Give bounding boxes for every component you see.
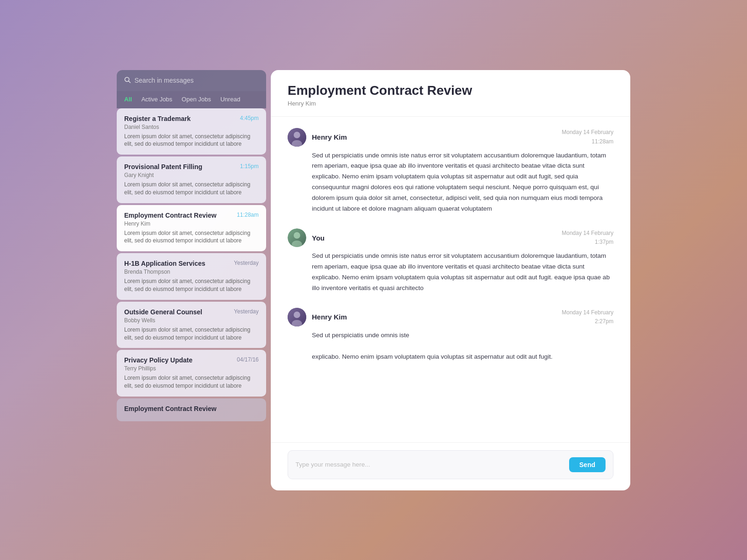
sender-name: You: [312, 234, 324, 242]
conversation-subtitle: Henry Kim: [288, 100, 613, 107]
message-input[interactable]: [296, 461, 564, 468]
app-container: All Active Jobs Open Jobs Unread Registe…: [117, 70, 630, 490]
message-sender: Bobby Wells: [124, 317, 259, 324]
avatar: [288, 228, 306, 247]
chat-message-body: Sed ut perspiciatis unde omnis isteexpli…: [288, 330, 613, 362]
message-title: Employment Contract Review: [124, 405, 217, 412]
message-preview: Lorem ipsum dolor sit amet, consectetur …: [124, 326, 259, 342]
message-timestamp: Monday 14 February2:27pm: [562, 308, 613, 326]
chat-message-body: Sed ut perspiciatis unde omnis iste natu…: [288, 150, 613, 215]
message-time: 11:28am: [237, 212, 259, 218]
message-item[interactable]: Register a Trademark 4:45pm Daniel Santo…: [117, 108, 266, 155]
chat-message-header: Henry Kim Monday 14 February2:27pm: [288, 308, 613, 326]
messages-area: Henry Kim Monday 14 February11:28am Sed …: [271, 117, 630, 442]
message-item[interactable]: Provisional Patent Filling 1:15pm Gary K…: [117, 156, 266, 203]
avatar: [288, 308, 306, 326]
sender-name: Henry Kim: [312, 133, 347, 141]
message-preview: Lorem ipsum dolor sit amet, consectetur …: [124, 133, 259, 149]
svg-point-6: [294, 232, 300, 239]
message-item[interactable]: H-1B Application Services Yesterday Bren…: [117, 253, 266, 300]
message-title: Privacy Policy Update: [124, 356, 192, 364]
message-item[interactable]: Employment Contract Review: [117, 398, 266, 421]
chat-message-left: Henry Kim: [288, 128, 347, 147]
message-sender: Daniel Santos: [124, 124, 259, 130]
chat-message-header: Henry Kim Monday 14 February11:28am: [288, 128, 613, 147]
filter-tab-active-jobs[interactable]: Active Jobs: [141, 95, 172, 104]
message-time: 1:15pm: [240, 163, 259, 170]
svg-point-9: [294, 312, 300, 318]
message-item[interactable]: Privacy Policy Update 04/17/16 Terry Phi…: [117, 350, 266, 397]
chat-message-body: Sed ut perspiciatis unde omnis iste natu…: [288, 251, 613, 294]
chat-message: Henry Kim Monday 14 February11:28am Sed …: [288, 128, 613, 215]
message-item[interactable]: Outside General Counsel Yesterday Bobby …: [117, 302, 266, 348]
message-item[interactable]: Employment Contract Review 11:28am Henry…: [117, 205, 266, 252]
message-sender: Terry Phillips: [124, 365, 259, 372]
message-title: Employment Contract Review: [124, 212, 217, 219]
conversation-header: Employment Contract Review Henry Kim: [271, 70, 630, 117]
message-timestamp: Monday 14 February11:28am: [562, 128, 613, 146]
svg-line-1: [129, 81, 131, 83]
search-input[interactable]: [134, 77, 259, 84]
message-title: Outside General Counsel: [124, 308, 202, 316]
avatar: [288, 128, 306, 147]
message-title: H-1B Application Services: [124, 260, 205, 267]
message-time: 4:45pm: [240, 115, 259, 121]
search-bar: [117, 70, 266, 91]
message-time: 04/17/16: [237, 356, 259, 363]
search-icon: [124, 77, 131, 85]
main-panel: Employment Contract Review Henry Kim Hen…: [271, 70, 630, 490]
message-sender: Henry Kim: [124, 220, 259, 227]
message-sender: Brenda Thompson: [124, 269, 259, 275]
filter-tab-all[interactable]: All: [124, 95, 132, 104]
message-sender: Gary Knight: [124, 172, 259, 178]
send-button[interactable]: Send: [569, 457, 606, 472]
message-title: Register a Trademark: [124, 115, 190, 122]
svg-point-3: [294, 132, 300, 138]
filter-tab-open-jobs[interactable]: Open Jobs: [182, 95, 211, 104]
chat-message: You Monday 14 February1:37pm Sed ut pers…: [288, 228, 613, 294]
filter-tabs: All Active Jobs Open Jobs Unread: [117, 91, 266, 108]
message-time: Yesterday: [234, 260, 259, 266]
message-title: Provisional Patent Filling: [124, 163, 202, 170]
sender-name: Henry Kim: [312, 313, 347, 321]
filter-tab-unread[interactable]: Unread: [220, 95, 240, 104]
input-box: Send: [288, 450, 613, 479]
chat-message-header: You Monday 14 February1:37pm: [288, 228, 613, 247]
message-preview: Lorem ipsum dolor sit amet, consectetur …: [124, 181, 259, 197]
chat-message: Henry Kim Monday 14 February2:27pm Sed u…: [288, 308, 613, 362]
message-preview: Lorem ipsum dolor sit amet, consectetur …: [124, 229, 259, 245]
chat-message-left: Henry Kim: [288, 308, 347, 326]
conversation-title: Employment Contract Review: [288, 83, 613, 98]
message-list: Register a Trademark 4:45pm Daniel Santo…: [117, 108, 266, 490]
message-time: Yesterday: [234, 308, 259, 315]
input-area: Send: [271, 442, 630, 490]
message-timestamp: Monday 14 February1:37pm: [562, 229, 613, 247]
sidebar: All Active Jobs Open Jobs Unread Registe…: [117, 70, 266, 490]
chat-message-left: You: [288, 228, 324, 247]
message-preview: Lorem ipsum dolor sit amet, consectetur …: [124, 277, 259, 293]
message-preview: Lorem ipsum dolor sit amet, consectetur …: [124, 374, 259, 390]
